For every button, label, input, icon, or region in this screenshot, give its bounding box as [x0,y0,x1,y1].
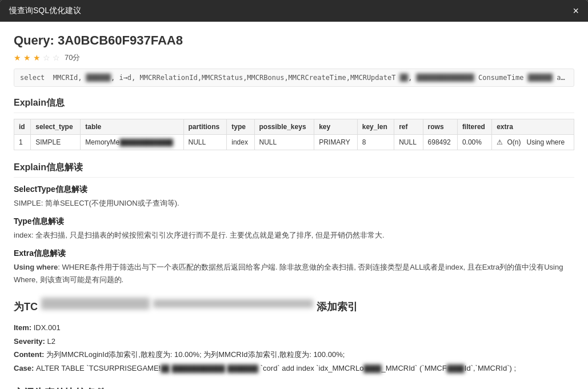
cell-key: PRIMARY [314,135,358,150]
cell-select-type: SIMPLE [31,135,81,150]
table-row: 1 SIMPLE MemoryMe████████████ NULL index… [14,135,574,150]
add-index-item-row: Item: IDX.001 [14,321,574,334]
col-ref: ref [394,119,423,135]
col-select-type: select_type [31,119,81,135]
select-type-subtitle: SelectType信息解读 [14,185,574,195]
col-possible-keys: possible_keys [254,119,314,135]
extra-subtitle: Extra信息解读 [14,248,574,259]
add-index-severity-row: Severity: L2 [14,335,574,348]
modal-container: 慢查询SQL优化建议 × Query: 3A0BCB60F937FAA8 ★ ★… [0,0,588,389]
add-index-severity-label: Severity: [14,337,47,346]
col-key: key [314,119,358,135]
star-5: ☆ [53,53,60,62]
col-filtered: filtered [457,119,491,135]
add-index-case-body: ALTER TABLE `TCSURPRISEGAME!██ █████████… [36,364,516,372]
extra-body-text: : WHERE条件用于筛选出与下一个表匹配的数据然后返回给客户端. 除非故意做的… [14,263,563,284]
add-index-suffix: 添加索引 [317,300,358,314]
col-type: type [227,119,254,135]
cell-ref: NULL [394,135,423,150]
add-index-title: 为TC████RISEGAM██████████████████████████… [14,298,574,315]
cell-extra: ⚠ O(n) Using where [492,135,574,150]
explain-table: id select_type table partitions type pos… [14,119,574,150]
cell-table: MemoryMe████████████ [81,135,183,150]
extra-body: Using where: WHERE条件用于筛选出与下一个表匹配的数据然后返回给… [14,261,574,286]
star-2: ★ [23,53,31,62]
add-index-case-row: Case: ALTER TABLE `TCSURPRISEGAME!██ ███… [14,362,574,375]
perm-cond-section: 永远为真的比较条件 Item: RES.007 Severity: L4 Con… [14,386,574,389]
add-index-content-label: Content: [14,350,46,359]
cell-key-len: 8 [357,135,394,150]
star-4: ☆ [43,53,50,62]
col-extra: extra [492,119,574,135]
add-index-severity-value: L2 [47,337,55,346]
add-index-item-id: IDX.001 [34,323,61,332]
modal-title: 慢查询SQL优化建议 [9,6,81,16]
explain-section: Explain信息 id select_type table partition… [14,97,574,150]
query-label: Query: [14,33,54,47]
add-index-middle-blur: ██████████████████████████████ [153,299,313,308]
add-index-table-blur: ████RISEGAM████ [41,298,150,310]
cell-possible-keys: NULL [254,135,314,150]
col-id: id [14,119,31,135]
explain-title: Explain信息 [14,97,574,113]
explain-reading: Explain信息解读 SelectType信息解读 SIMPLE: 简单SEL… [14,162,574,286]
sql-preview: select MMCRId, ██████, i→d, MMCRRelation… [14,69,574,87]
modal-header: 慢查询SQL优化建议 × [0,0,588,22]
extra-icon: ⚠ [497,138,503,146]
cell-type: index [227,135,254,150]
star-1: ★ [14,53,21,62]
query-id: 3A0BCB60F937FAA8 [58,33,183,47]
cell-partitions: NULL [183,135,227,150]
type-body: index: 全表扫描, 只是扫描表的时候按照索引引次序进行而不是行. 主要优点… [14,229,574,242]
add-index-content-body: 为列MMCRLoginId添加索引,散粒度为: 10.00%; 为列MMCRId… [46,350,345,359]
perm-cond-title: 永远为真的比较条件 [14,386,574,389]
col-table: table [81,119,183,135]
add-index-content-row: Content: 为列MMCRLoginId添加索引,散粒度为: 10.00%;… [14,348,574,361]
extra-using-where: Using where [526,138,565,146]
modal-body: Query: 3A0BCB60F937FAA8 ★ ★ ★ ☆ ☆ 70分 se… [0,22,588,389]
cell-id: 1 [14,135,31,150]
extra-on-label: O(n) [507,138,521,146]
select-type-body: SIMPLE: 简单SELECT(不使用UNION或子查询等). [14,197,574,210]
close-button[interactable]: × [573,6,579,16]
type-subtitle: Type信息解读 [14,216,574,227]
extra-label: Using where [14,263,58,271]
cell-filtered: 0.00% [457,135,491,150]
col-partitions: partitions [183,119,227,135]
col-key-len: key_len [357,119,394,135]
add-index-prefix: 为TC [14,300,38,314]
query-title: Query: 3A0BCB60F937FAA8 [14,33,574,48]
add-index-section: 为TC████RISEGAM██████████████████████████… [14,298,574,375]
explain-reading-title: Explain信息解读 [14,162,574,178]
add-index-case-label: Case: [14,364,36,372]
stars-row: ★ ★ ★ ☆ ☆ 70分 [14,53,574,63]
add-index-item-label: Item: [14,323,34,332]
star-3: ★ [33,53,41,62]
score-label: 70分 [65,53,80,63]
col-rows: rows [423,119,457,135]
cell-rows: 698492 [423,135,457,150]
